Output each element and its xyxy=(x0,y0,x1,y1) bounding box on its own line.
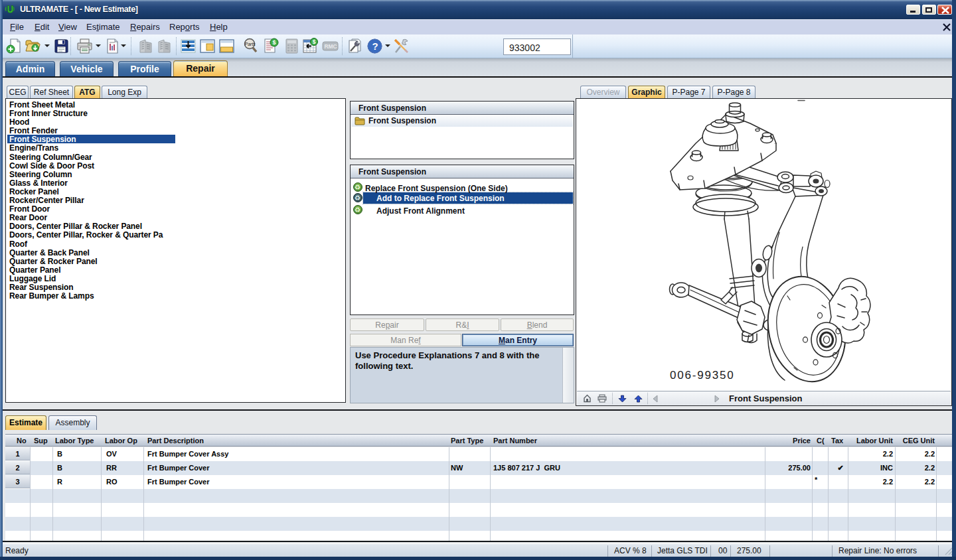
svg-text:?: ? xyxy=(372,40,378,52)
svg-text:RMC: RMC xyxy=(324,43,337,50)
svg-text:$: $ xyxy=(313,38,316,45)
svg-text:♻: ♻ xyxy=(355,194,360,202)
svg-text:♻: ♻ xyxy=(355,183,360,191)
svg-text:♻: ♻ xyxy=(355,206,360,214)
svg-text:Parts: Parts xyxy=(245,42,256,46)
svg-text:$: $ xyxy=(273,39,276,46)
